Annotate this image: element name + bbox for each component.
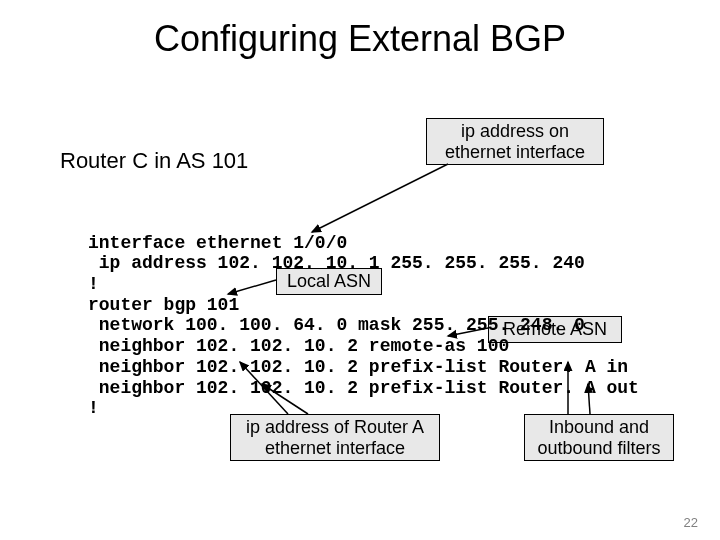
config-line-1: interface ethernet 1/0/0 bbox=[88, 233, 347, 253]
page-number: 22 bbox=[684, 515, 698, 530]
config-line-8: neighbor 102. 102. 10. 2 prefix-list Rou… bbox=[88, 378, 639, 398]
slide-title: Configuring External BGP bbox=[0, 18, 720, 60]
config-line-4: router bgp 101 bbox=[88, 295, 239, 315]
config-line-3: ! bbox=[88, 274, 99, 294]
callout-ip-address-ethernet: ip address onethernet interface bbox=[426, 118, 604, 165]
config-line-5: network 100. 100. 64. 0 mask 255. 255. 2… bbox=[88, 315, 585, 335]
config-block: interface ethernet 1/0/0 ip address 102.… bbox=[88, 212, 639, 419]
config-line-7: neighbor 102. 102. 10. 2 prefix-list Rou… bbox=[88, 357, 628, 377]
callout-inbound-outbound-filters: Inbound and outbound filters bbox=[524, 414, 674, 461]
config-line-9: ! bbox=[88, 398, 99, 418]
config-line-6: neighbor 102. 102. 10. 2 remote-as 100 bbox=[88, 336, 509, 356]
router-label: Router C in AS 101 bbox=[60, 148, 248, 174]
config-line-2: ip address 102. 102. 10. 1 255. 255. 255… bbox=[88, 253, 585, 273]
callout-router-a-ip: ip address of Router A ethernet interfac… bbox=[230, 414, 440, 461]
